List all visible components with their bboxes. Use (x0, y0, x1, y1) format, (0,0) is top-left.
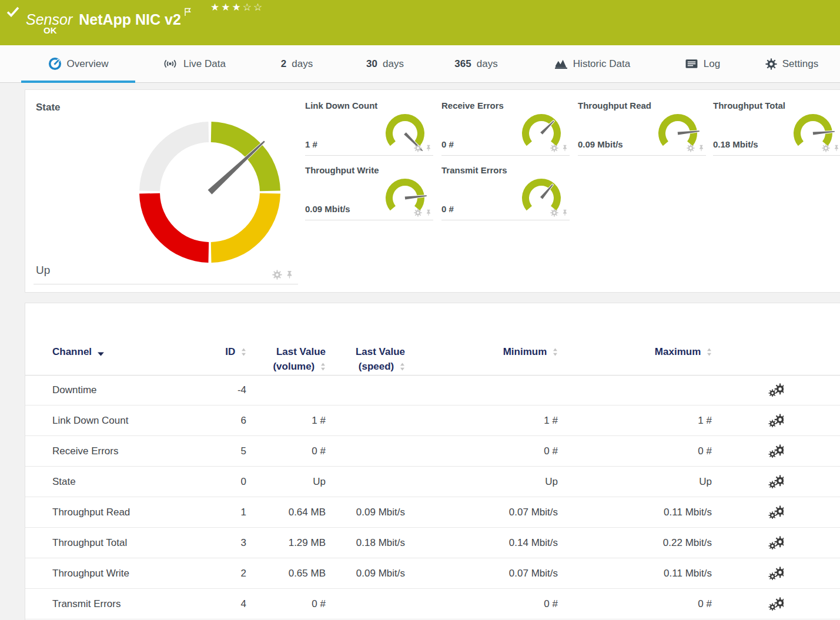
double-gear-icon (768, 567, 784, 580)
table-row[interactable]: Downtime -4 (25, 375, 840, 405)
gauge-value: 0.18 Mbit/s (713, 139, 758, 149)
channels-card: Channel ID Last Value (volume) Last Valu… (25, 303, 840, 620)
cell-last-value-speed (326, 375, 405, 405)
panel-gear-button[interactable] (414, 144, 422, 152)
cell-minimum (405, 375, 558, 405)
panel-gear-button[interactable] (822, 144, 830, 152)
tab-bar: OverviewLive Data2days30days365daysHisto… (0, 45, 840, 83)
panel-gear-button[interactable] (272, 270, 282, 280)
sort-icon (241, 348, 246, 356)
sort-caret-down-icon (98, 352, 104, 356)
gauge-title: Link Down Count (305, 100, 377, 110)
channel-settings-button[interactable] (768, 505, 784, 519)
gauge-panel-link-down-count: Link Down Count 1 # (305, 100, 433, 156)
tab-label: Live Data (183, 58, 226, 70)
gauge-panel-divider (305, 155, 433, 156)
tab-log[interactable]: Log (661, 45, 744, 82)
panel-gear-button[interactable] (414, 209, 422, 217)
double-gear-icon (768, 475, 784, 488)
cell-maximum (558, 375, 712, 405)
cell-channel: Link Down Count (52, 405, 172, 435)
panel-pin-button[interactable] (561, 144, 568, 152)
cell-last-value-speed: 0.18 Mbit/s (326, 528, 405, 558)
log-icon (685, 58, 698, 69)
table-row[interactable]: Link Down Count 6 1 # 1 # 1 # (25, 405, 840, 436)
col-header-channel[interactable]: Channel (52, 344, 172, 374)
panel-pin-button[interactable] (425, 144, 432, 152)
double-gear-icon (768, 383, 784, 397)
cell-id: 3 (172, 528, 246, 558)
segment-yellow (211, 193, 280, 263)
cell-maximum: 0 # (558, 589, 712, 619)
sort-icon (707, 348, 712, 356)
panel-pin-button[interactable] (425, 209, 432, 217)
panel-gear-button[interactable] (550, 209, 558, 217)
channel-settings-button[interactable] (768, 444, 784, 458)
tab-2-days[interactable]: 2days (253, 45, 341, 82)
col-header-id[interactable]: ID (172, 344, 246, 374)
panel-pin-button[interactable] (833, 144, 840, 152)
cell-maximum: 0.22 Mbit/s (558, 528, 712, 558)
gauge-value: 0 # (441, 139, 454, 149)
gauge-panel-divider (441, 220, 570, 220)
table-row[interactable]: Receive Errors 5 0 # 0 # 0 # (25, 436, 840, 467)
gauge-icon (48, 57, 62, 71)
table-row[interactable]: State 0 Up Up Up (25, 467, 840, 497)
gauge-panel-throughput-total: Throughput Total 0.18 Mbit/s (713, 100, 840, 156)
sensor-status-badge: OK (43, 25, 57, 35)
channel-settings-button[interactable] (768, 597, 784, 611)
sensor-title: SensorNetApp NIC v2 (26, 3, 191, 28)
table-row[interactable]: Throughput Total 3 1.29 MB 0.18 Mbit/s 0… (25, 528, 840, 558)
panel-pin-button[interactable] (285, 270, 294, 280)
table-row[interactable]: Throughput Read 1 0.64 MB 0.09 Mbit/s 0.… (25, 497, 840, 528)
gauge-title: Receive Errors (441, 100, 504, 110)
panel-pin-button[interactable] (561, 209, 568, 217)
tab-number: 30 (366, 58, 377, 70)
state-panel-title: State (36, 102, 61, 113)
state-panel-actions (272, 270, 294, 280)
gauge-panel-throughput-read: Throughput Read 0.09 Mbit/s (578, 100, 706, 156)
tab-overview[interactable]: Overview (21, 45, 135, 82)
col-header-last-value-volume[interactable]: Last Value (volume) (246, 344, 326, 374)
channel-settings-button[interactable] (768, 475, 784, 488)
tab-number: 2 (281, 58, 286, 70)
col-header-minimum[interactable]: Minimum (405, 344, 558, 374)
tab-365-days[interactable]: 365days (429, 45, 523, 82)
channel-settings-button[interactable] (768, 567, 784, 580)
channel-settings-button[interactable] (768, 414, 784, 427)
state-gauge-dial (133, 116, 286, 269)
tab-historic-data[interactable]: Historic Data (523, 45, 661, 82)
tab-30-days[interactable]: 30days (341, 45, 429, 82)
gauge-panel-receive-errors: Receive Errors 0 # (441, 100, 570, 156)
gauge-title: Transmit Errors (441, 165, 507, 175)
double-gear-icon (768, 536, 784, 549)
cell-id: 2 (172, 558, 246, 588)
panel-pin-button[interactable] (698, 144, 705, 152)
cell-channel: Throughput Read (52, 497, 172, 527)
gauge-title: Throughput Total (713, 100, 785, 110)
cell-minimum: 0.07 Mbit/s (405, 558, 558, 588)
table-header: Channel ID Last Value (volume) Last Valu… (25, 344, 840, 374)
cell-last-value-volume (246, 375, 326, 405)
table-row[interactable]: Transmit Errors 4 0 # 0 # 0 # (25, 589, 840, 619)
live-data-icon (162, 58, 178, 70)
col-header-last-value-speed[interactable]: Last Value (speed) (326, 344, 405, 374)
state-value: Up (36, 264, 50, 277)
table-row[interactable]: Throughput Write 2 0.65 MB 0.09 Mbit/s 0… (25, 558, 840, 589)
tab-settings[interactable]: Settings (744, 45, 840, 82)
cell-minimum: 0.07 Mbit/s (405, 497, 558, 527)
cell-id: 0 (172, 467, 246, 497)
channel-settings-button[interactable] (768, 536, 784, 549)
col-header-maximum[interactable]: Maximum (558, 344, 712, 374)
panel-gear-button[interactable] (550, 144, 558, 152)
sort-icon (553, 348, 558, 356)
cell-channel: Transmit Errors (52, 589, 172, 619)
cell-id: 5 (172, 436, 246, 466)
panel-gear-button[interactable] (687, 144, 695, 152)
cell-maximum: 0 # (558, 436, 712, 466)
channel-settings-button[interactable] (768, 383, 784, 397)
tab-live-data[interactable]: Live Data (135, 45, 253, 82)
cell-channel: Receive Errors (52, 436, 172, 466)
sensor-name: NetApp NIC v2 (79, 11, 181, 28)
priority-stars[interactable]: ★★★☆☆ (210, 1, 264, 13)
